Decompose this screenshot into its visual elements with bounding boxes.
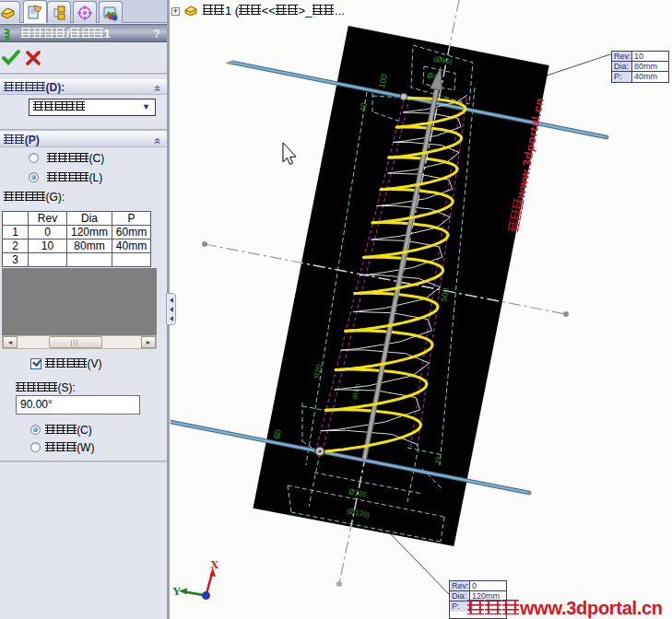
svg-text:60: 60 [272,429,283,440]
svg-text:Y: Y [172,584,182,598]
svg-text:40: 40 [358,102,369,113]
svg-text:X: X [210,557,219,571]
